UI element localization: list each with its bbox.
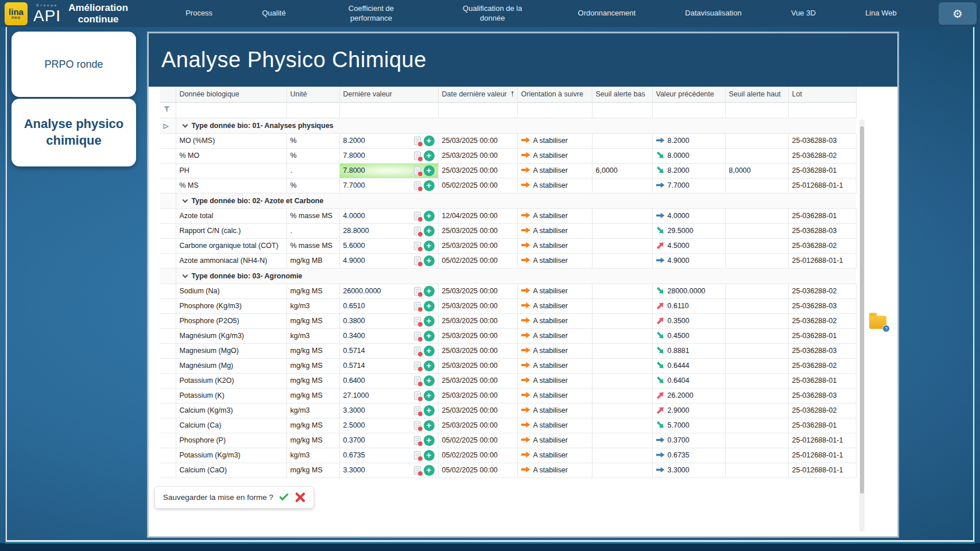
cancel-x-icon[interactable] [295,492,305,503]
add-value-button[interactable]: + [424,165,435,176]
lina-logo[interactable]: lina PRO [5,2,28,25]
history-document-icon[interactable] [414,466,421,475]
nav-item-coefficient-de-performance[interactable]: Coefficient de performance [335,4,407,23]
filter-cell-donnee-biologique[interactable] [176,102,286,118]
chevron-down-icon[interactable] [182,122,188,127]
add-value-button[interactable]: + [424,346,435,356]
table-row[interactable]: Phosphore (P)mg/kg MS0.3700+05/02/2025 0… [160,433,856,448]
add-value-button[interactable]: + [424,226,435,236]
filter-cell-valeur-precedente[interactable] [652,102,725,118]
add-value-button[interactable]: + [424,435,435,446]
sidebar-item-prpo-ronde[interactable]: PRPO ronde [11,32,136,97]
table-row[interactable]: Potassium (Kg/m3)kg/m30.6735+05/02/2025 … [160,448,856,463]
add-value-button[interactable]: + [424,375,435,386]
table-row[interactable]: MO (%MS)%8.2000+25/03/2025 00:00A stabil… [160,133,856,148]
folder-icon[interactable]: ? [869,316,886,329]
api-logo[interactable]: Groupe API [33,3,61,24]
table-row[interactable]: Calcium (Ca)mg/kg MS2.5000+25/03/2025 00… [160,418,856,433]
column-header-lot[interactable]: Lot [788,87,856,102]
history-document-icon[interactable] [414,227,421,235]
group-row-type-donnee-bio-02-azote-et-carbone[interactable]: Type donnée bio: 02- Azote et Carbone [160,193,856,208]
filter-cell-orientation-a-suivre[interactable] [517,102,592,118]
group-row-type-donnee-bio-03-agronomie[interactable]: Type donnée bio: 03- Agronomie [160,268,856,284]
add-value-button[interactable]: + [424,240,435,251]
column-header-date-derniere-valeur[interactable]: Date dernière valeur [438,87,517,102]
history-document-icon[interactable] [414,347,421,355]
table-row[interactable]: Potassium (K2O)mg/kg MS0.6400+25/03/2025… [160,373,856,388]
table-row[interactable]: Calcium (CaO)mg/kg MS3.3000+05/02/2025 0… [160,463,856,478]
add-value-button[interactable]: + [424,450,435,461]
add-value-button[interactable]: + [424,255,435,266]
filter-cell-lot[interactable] [788,102,856,118]
column-header-seuil-alerte-bas[interactable]: Seuil alerte bas [592,87,652,102]
column-header-donnee-biologique[interactable]: Donnée biologique [176,87,286,102]
history-document-icon[interactable] [414,362,421,370]
filter-cell-derniere-valeur[interactable] [339,102,438,118]
nav-item-datavisualisation[interactable]: Datavisualisation [685,9,741,18]
table-row[interactable]: % MS%7.7000+05/02/2025 00:00A stabiliser… [160,178,856,193]
table-row[interactable]: Carbone organique total (COT)% masse MS5… [160,238,856,253]
column-header-seuil-alerte-haut[interactable]: Seuil alerte haut [725,87,788,102]
history-document-icon[interactable] [414,152,421,160]
history-document-icon[interactable] [414,181,421,190]
chevron-down-icon[interactable] [182,272,188,278]
expand-arrow-icon[interactable]: ▷ [164,122,168,129]
table-row[interactable]: Rapport C/N (calc.).28.8000+25/03/2025 0… [160,223,856,238]
history-document-icon[interactable] [414,257,421,265]
table-row[interactable]: PH.7.8000+25/03/2025 00:00A stabiliser6,… [160,163,856,178]
history-document-icon[interactable] [414,377,421,385]
table-row[interactable]: Magnésium (Mg)mg/kg MS0.5714+25/03/2025 … [160,358,856,373]
history-document-icon[interactable] [414,406,421,415]
history-document-icon[interactable] [414,287,421,296]
history-document-icon[interactable] [414,212,421,220]
add-value-button[interactable]: + [424,420,435,431]
table-row[interactable]: Azote total% masse MS4.0000+12/04/2025 0… [160,208,856,223]
filter-cell-unite[interactable] [286,102,339,118]
history-document-icon[interactable] [414,451,421,460]
add-value-button[interactable]: + [424,135,435,146]
add-value-button[interactable]: + [424,331,435,342]
add-value-button[interactable]: + [424,301,435,312]
add-value-button[interactable]: + [424,211,435,222]
sidebar-item-analyse-physico-chimique[interactable]: Analyse physico chimique [11,99,136,166]
history-document-icon[interactable] [414,166,421,175]
column-filter-icon[interactable] [512,91,514,97]
column-header-valeur-precedente[interactable]: Valeur précédente [652,87,725,102]
history-document-icon[interactable] [414,436,421,445]
nav-item-ordonnancement[interactable]: Ordonnancement [578,9,636,18]
add-value-button[interactable]: + [424,180,435,191]
nav-item-lina-web[interactable]: Lina Web [865,9,897,18]
add-value-button[interactable]: + [424,390,435,401]
history-document-icon[interactable] [414,242,421,250]
table-row[interactable]: Phosphore (P2O5)mg/kg MS0.3800+25/03/202… [160,313,856,328]
history-document-icon[interactable] [414,332,421,340]
table-row[interactable]: Sodium (Na)mg/kg MS26000.0000+25/03/2025… [160,284,856,298]
add-value-button[interactable]: + [424,316,435,327]
add-value-button[interactable]: + [424,405,435,416]
history-document-icon[interactable] [414,391,421,400]
add-value-button[interactable]: + [424,150,435,161]
filter-cell-seuil-alerte-bas[interactable] [592,102,652,118]
table-row[interactable]: % MO%7.8000+25/03/2025 00:00A stabiliser… [160,148,856,163]
table-row[interactable]: Azote ammoniacal (NH4-N)mg/kg MB4.9000+0… [160,253,856,268]
table-row[interactable]: Calcium (Kg/m3)kg/m33.3000+25/03/2025 00… [160,403,856,418]
column-header-unite[interactable]: Unité [286,87,339,102]
filter-cell-seuil-alerte-haut[interactable] [725,102,788,118]
table-row[interactable]: Magnesium (MgO)mg/kg MS0.5714+25/03/2025… [160,343,856,358]
history-document-icon[interactable] [414,421,421,430]
scrollbar-thumb[interactable] [860,126,864,494]
history-document-icon[interactable] [414,137,421,145]
history-document-icon[interactable] [414,302,421,311]
column-header-derniere-valeur[interactable]: Dernière valeur [339,87,438,102]
group-row-type-donnee-bio-01-analyses-physiques[interactable]: ▷Type donnée bio: 01- Analyses physiques [160,118,856,133]
add-value-button[interactable]: + [424,465,435,476]
column-header-orientation-a-suivre[interactable]: Orientation à suivre [517,87,592,102]
add-value-button[interactable]: + [424,360,435,371]
add-value-button[interactable]: + [424,286,435,297]
chevron-down-icon[interactable] [182,197,188,203]
nav-item-process[interactable]: Process [185,9,212,18]
filter-cell-date-derniere-valeur[interactable] [438,102,517,118]
settings-button[interactable]: ⚙ [939,2,977,25]
confirm-check-icon[interactable] [279,491,288,500]
vertical-scrollbar[interactable] [859,119,865,531]
